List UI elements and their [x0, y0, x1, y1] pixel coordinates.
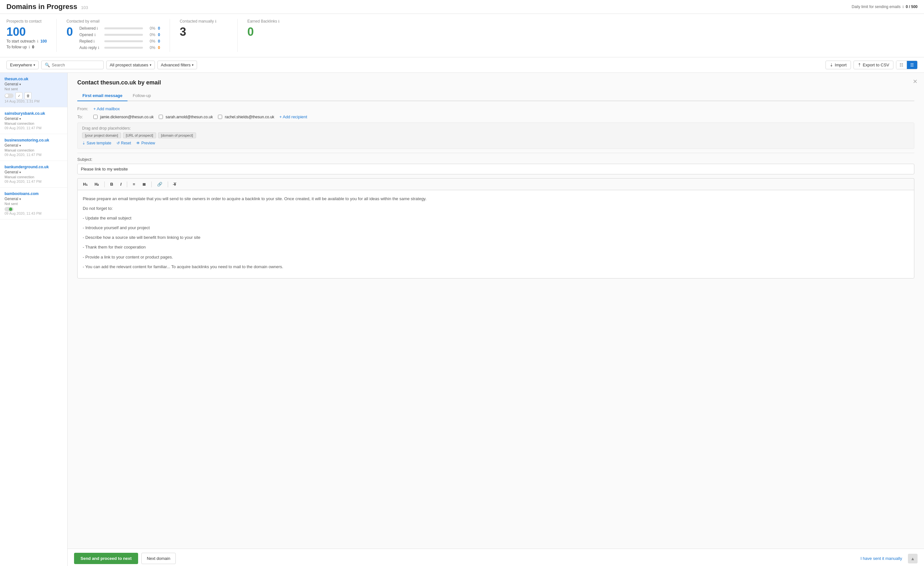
unordered-list-button[interactable]: ≣: [140, 181, 149, 188]
daily-limit-label: Daily limit for sending emails: [852, 5, 900, 9]
sidebar-status-2: Manual connection: [4, 122, 63, 125]
location-dropdown[interactable]: Everywhere ▾: [6, 60, 39, 69]
email-body[interactable]: Please prepare an email template that yo…: [77, 190, 914, 278]
send-proceed-button[interactable]: Send and proceed to next: [74, 553, 138, 564]
strategy-chevron-icon: ▾: [20, 170, 21, 174]
add-mailbox-button[interactable]: + Add mailbox: [93, 106, 120, 111]
scroll-to-top-button[interactable]: ▲: [908, 554, 918, 563]
toggle-1[interactable]: [4, 93, 14, 98]
list-item[interactable]: businessmotoring.co.uk General ▾ Manual …: [0, 134, 67, 161]
status-label: All prospect statuses: [110, 63, 148, 67]
manual-info-icon: ℹ: [215, 20, 216, 23]
sent-manually-button[interactable]: I have sent it manually: [861, 556, 902, 561]
sidebar-status-3: Manual connection: [4, 148, 63, 152]
h2-button[interactable]: H₂: [92, 181, 102, 188]
sidebar-strategy-3: General ▾: [4, 143, 63, 148]
sidebar-domain-1: thesun.co.uk: [4, 77, 63, 81]
tab-follow-up[interactable]: Follow-up: [128, 91, 156, 101]
filter-bar: Everywhere ▾ 🔍 All prospect statuses ▾ A…: [0, 57, 924, 73]
follow-up-row: To follow up ℹ 0: [6, 45, 46, 49]
preview-button[interactable]: 👁 Preview: [136, 141, 155, 145]
prospects-count: 100: [6, 26, 46, 38]
body-line-2: - Update the email subject: [83, 215, 909, 222]
recipient-checkbox-2[interactable]: [218, 115, 222, 119]
toolbar-divider-2: [127, 181, 127, 187]
toggle-5[interactable]: [4, 207, 14, 211]
search-box[interactable]: 🔍: [41, 60, 104, 69]
sidebar-strategy-1: General ▾: [4, 82, 63, 86]
reset-button[interactable]: ↺ Reset: [117, 141, 131, 145]
email-panel: ✕ Contact thesun.co.uk by email First em…: [68, 73, 924, 566]
auto-reply-pct: 0%: [146, 45, 155, 50]
placeholder-chip-2[interactable]: [domain of prospect]: [158, 132, 196, 138]
location-chevron-icon: ▾: [33, 63, 35, 67]
placeholders-label: Drag and drop placeholders:: [82, 126, 909, 131]
list-item[interactable]: bambooloans.com General ▾ Not sent 09 Au…: [0, 188, 67, 220]
placeholder-chip-1[interactable]: [URL of prospect]: [123, 132, 156, 138]
sidebar-domain-4: bankunderground.co.uk: [4, 165, 63, 169]
h1-button[interactable]: H₁: [80, 181, 90, 188]
list-item[interactable]: sainsburysbank.co.uk General ▾ Manual co…: [0, 107, 67, 134]
view-toggle: ☷ ☰: [896, 60, 918, 69]
sidebar-date-1: 14 Aug 2020, 1:31 PM: [4, 99, 63, 103]
check-button-1[interactable]: ✓: [15, 92, 22, 99]
auto-reply-row: Auto reply ℹ 0% 0: [79, 45, 160, 50]
placeholder-chip-0[interactable]: [your project domain]: [82, 132, 121, 138]
replied-label: Replied ℹ: [79, 39, 102, 44]
sidebar-status-1: Not sent: [4, 87, 63, 91]
add-recipient-button[interactable]: + Add recipient: [279, 114, 307, 119]
from-label: From:: [77, 106, 93, 111]
recipient-checkbox-1[interactable]: [159, 115, 163, 119]
backlinks-title: Earned Backlinks ℹ: [247, 19, 296, 24]
sidebar-status-4: Manual connection: [4, 175, 63, 179]
tab-first-email[interactable]: First email message: [77, 91, 128, 101]
status-dropdown[interactable]: All prospect statuses ▾: [106, 60, 155, 69]
template-actions: ⇣ Save template ↺ Reset 👁 Preview: [82, 141, 909, 145]
daily-limit-value: 0 / 500: [906, 5, 918, 9]
list-view-button[interactable]: ☰: [907, 61, 917, 69]
prospects-title: Prospects to contact: [6, 19, 46, 24]
list-item[interactable]: thesun.co.uk General ▾ Not sent ✓ 🗑 14 A…: [0, 73, 67, 107]
subject-label: Subject:: [77, 157, 914, 162]
clear-format-button[interactable]: T̶: [171, 181, 179, 188]
opened-count: 0: [158, 33, 160, 37]
email-big-number: 0: [66, 26, 73, 38]
toolbar-divider-4: [168, 181, 168, 187]
search-input[interactable]: [52, 63, 100, 67]
page-title-area: Domains in Progress 103: [6, 3, 88, 11]
subject-input[interactable]: [77, 164, 914, 175]
advanced-filters-chevron-icon: ▾: [192, 63, 194, 67]
advanced-filters-dropdown[interactable]: Advanced filters ▾: [158, 60, 197, 69]
list-item[interactable]: bankunderground.co.uk General ▾ Manual c…: [0, 161, 67, 188]
ordered-list-button[interactable]: ≡: [130, 181, 138, 188]
sidebar-domain-2: sainsburysbank.co.uk: [4, 111, 63, 116]
sidebar-date-2: 09 Aug 2020, 11:47 PM: [4, 126, 63, 130]
italic-button[interactable]: I: [117, 181, 124, 188]
link-button[interactable]: 🔗: [154, 181, 165, 188]
sidebar-date-5: 09 Aug 2020, 11:43 PM: [4, 211, 63, 215]
save-template-button[interactable]: ⇣ Save template: [82, 141, 111, 145]
body-line-3: - Introduce yourself and your project: [83, 224, 909, 232]
panel-title: Contact thesun.co.uk by email: [77, 79, 914, 86]
body-line-5: - Thank them for their cooperation: [83, 244, 909, 251]
sidebar-domain-5: bambooloans.com: [4, 191, 63, 196]
recipient-checkbox-0[interactable]: [93, 115, 98, 119]
email-stat-title: Contacted by email: [66, 19, 160, 24]
panel-close-button[interactable]: ✕: [913, 78, 918, 85]
backlinks-count: 0: [247, 26, 296, 38]
grid-view-button[interactable]: ☷: [896, 61, 907, 69]
export-button[interactable]: ⇡ Export to CSV: [854, 60, 893, 69]
delivered-label: Delivered ℹ: [79, 26, 102, 31]
import-button[interactable]: ⇣ Import: [825, 60, 851, 69]
save-template-icon: ⇣: [82, 141, 86, 145]
bold-button[interactable]: B: [107, 181, 116, 188]
start-outreach-info-icon: ℹ: [37, 39, 38, 44]
body-line-4: - Describe how a source site will benefi…: [83, 234, 909, 241]
page-title: Domains in Progress: [6, 3, 77, 11]
next-domain-button[interactable]: Next domain: [141, 553, 176, 564]
location-label: Everywhere: [10, 63, 32, 67]
top-bar: Domains in Progress 103 Daily limit for …: [0, 0, 924, 14]
advanced-filters-label: Advanced filters: [161, 63, 191, 67]
delete-button-1[interactable]: 🗑: [24, 92, 32, 99]
daily-limit-info-icon: ℹ: [902, 5, 904, 9]
